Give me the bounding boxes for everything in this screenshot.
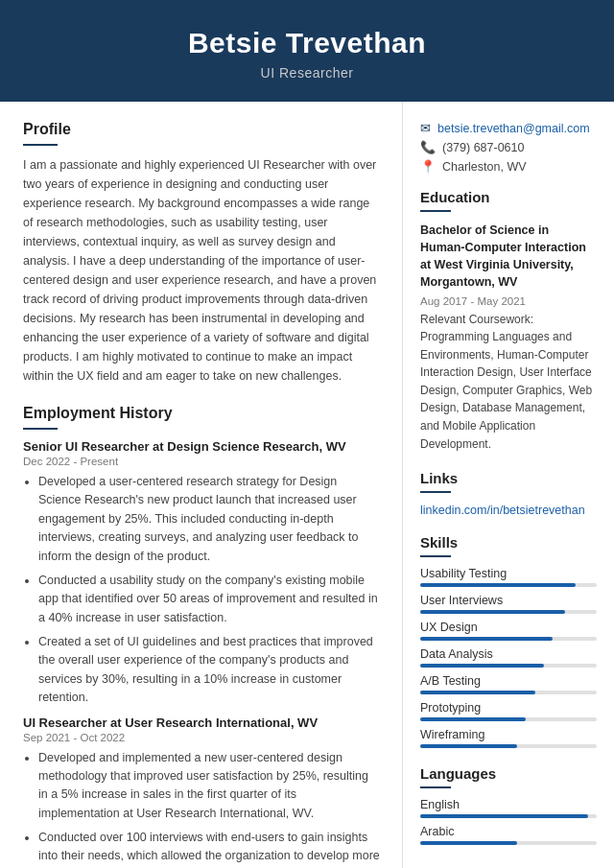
skill-bar-fill-6 xyxy=(420,744,517,748)
lang-bar-fill-0 xyxy=(420,814,588,818)
skill-bar-fill-2 xyxy=(420,637,553,641)
main-layout: Profile I am a passionate and highly exp… xyxy=(0,102,614,868)
job-1-title: Senior UI Researcher at Design Science R… xyxy=(23,439,381,454)
edu-courses: Relevant Coursework: Programming Languag… xyxy=(420,311,597,454)
email-item: ✉ betsie.trevethan@gmail.com xyxy=(420,121,597,135)
links-section: Links linkedin.com/in/betsietrevethan xyxy=(420,470,597,517)
skill-bar-fill-5 xyxy=(420,717,526,721)
job-2-bullet-2: Conducted over 100 interviews with end-u… xyxy=(38,829,381,868)
profile-section: Profile I am a passionate and highly exp… xyxy=(23,121,381,386)
skill-name-5: Prototyping xyxy=(420,701,597,715)
skill-name-4: A/B Testing xyxy=(420,674,597,688)
job-2: UI Researcher at User Research Internati… xyxy=(23,716,381,869)
links-divider xyxy=(420,491,451,493)
education-title: Education xyxy=(420,189,597,205)
job-1-bullet-3: Created a set of UI guidelines and best … xyxy=(38,633,381,708)
job-1-bullet-1: Developed a user-centered research strat… xyxy=(38,473,381,566)
contact-section: ✉ betsie.trevethan@gmail.com 📞 (379) 687… xyxy=(420,121,597,174)
email-icon: ✉ xyxy=(420,121,431,135)
left-column: Profile I am a passionate and highly exp… xyxy=(0,102,403,868)
skill-bar-bg-6 xyxy=(420,744,597,748)
resume-header: Betsie Trevethan UI Researcher xyxy=(0,0,614,102)
skills-title: Skills xyxy=(420,534,597,551)
phone-text: (379) 687-0610 xyxy=(442,141,524,154)
skill-name-6: Wireframing xyxy=(420,728,597,741)
skill-bar-bg-5 xyxy=(420,717,597,721)
skill-item-2: UX Design xyxy=(420,621,597,641)
skill-bar-fill-4 xyxy=(420,691,535,694)
skill-name-3: Data Analysis xyxy=(420,647,597,661)
job-2-title: UI Researcher at User Research Internati… xyxy=(23,716,381,730)
phone-item: 📞 (379) 687-0610 xyxy=(420,140,597,154)
edu-degree: Bachelor of Science in Human-Computer In… xyxy=(420,222,597,292)
lang-name-0: English xyxy=(420,798,597,811)
skill-bar-bg-3 xyxy=(420,664,597,668)
location-text: Charleston, WV xyxy=(442,160,527,174)
profile-divider xyxy=(23,144,58,146)
skill-item-0: Usability Testing xyxy=(420,567,597,587)
languages-list: English Arabic xyxy=(420,798,597,845)
job-1-bullets: Developed a user-centered research strat… xyxy=(23,473,381,708)
skill-name-0: Usability Testing xyxy=(420,567,597,580)
lang-item-0: English xyxy=(420,798,597,818)
skill-bar-bg-1 xyxy=(420,610,597,614)
skills-divider xyxy=(420,555,451,557)
job-2-bullet-1: Developed and implemented a new user-cen… xyxy=(38,749,381,824)
email-link[interactable]: betsie.trevethan@gmail.com xyxy=(437,122,590,135)
skill-bar-bg-2 xyxy=(420,637,597,641)
profile-text: I am a passionate and highly experienced… xyxy=(23,155,381,386)
lang-name-1: Arabic xyxy=(420,825,597,838)
skills-section: Skills Usability Testing User Interviews… xyxy=(420,534,597,748)
education-divider xyxy=(420,210,451,212)
skill-item-4: A/B Testing xyxy=(420,674,597,694)
skills-list: Usability Testing User Interviews UX Des… xyxy=(420,567,597,748)
job-1-bullet-2: Conducted a usability study on the compa… xyxy=(38,572,381,627)
job-1-date: Dec 2022 - Present xyxy=(23,456,381,467)
lang-bar-fill-1 xyxy=(420,841,517,845)
candidate-title: UI Researcher xyxy=(19,65,595,81)
employment-divider xyxy=(23,428,58,430)
location-icon: 📍 xyxy=(420,159,436,174)
skill-bar-bg-4 xyxy=(420,691,597,694)
edu-date: Aug 2017 - May 2021 xyxy=(420,295,597,307)
languages-section: Languages English Arabic xyxy=(420,765,597,845)
lang-bar-bg-1 xyxy=(420,841,597,845)
skill-bar-fill-1 xyxy=(420,610,565,614)
skill-item-1: User Interviews xyxy=(420,594,597,614)
linkedin-link[interactable]: linkedin.com/in/betsietrevethan xyxy=(420,504,585,517)
right-column: ✉ betsie.trevethan@gmail.com 📞 (379) 687… xyxy=(403,102,614,868)
skill-bar-bg-0 xyxy=(420,583,597,587)
education-section: Education Bachelor of Science in Human-C… xyxy=(420,189,597,453)
languages-divider xyxy=(420,786,451,788)
job-2-date: Sep 2021 - Oct 2022 xyxy=(23,732,381,743)
job-2-bullets: Developed and implemented a new user-cen… xyxy=(23,749,381,869)
employment-title: Employment History xyxy=(23,405,381,422)
phone-icon: 📞 xyxy=(420,140,436,154)
skill-bar-fill-0 xyxy=(420,583,576,587)
skill-bar-fill-3 xyxy=(420,664,544,668)
link-1: linkedin.com/in/betsietrevethan xyxy=(420,503,597,517)
links-title: Links xyxy=(420,470,597,486)
skill-item-5: Prototyping xyxy=(420,701,597,721)
profile-title: Profile xyxy=(23,121,381,138)
location-item: 📍 Charleston, WV xyxy=(420,159,597,174)
languages-title: Languages xyxy=(420,765,597,782)
skill-name-2: UX Design xyxy=(420,621,597,634)
employment-section: Employment History Senior UI Researcher … xyxy=(23,405,381,868)
job-1: Senior UI Researcher at Design Science R… xyxy=(23,439,381,708)
skill-name-1: User Interviews xyxy=(420,594,597,607)
lang-item-1: Arabic xyxy=(420,825,597,845)
lang-bar-bg-0 xyxy=(420,814,597,818)
skill-item-3: Data Analysis xyxy=(420,647,597,668)
skill-item-6: Wireframing xyxy=(420,728,597,748)
candidate-name: Betsie Trevethan xyxy=(19,27,595,59)
